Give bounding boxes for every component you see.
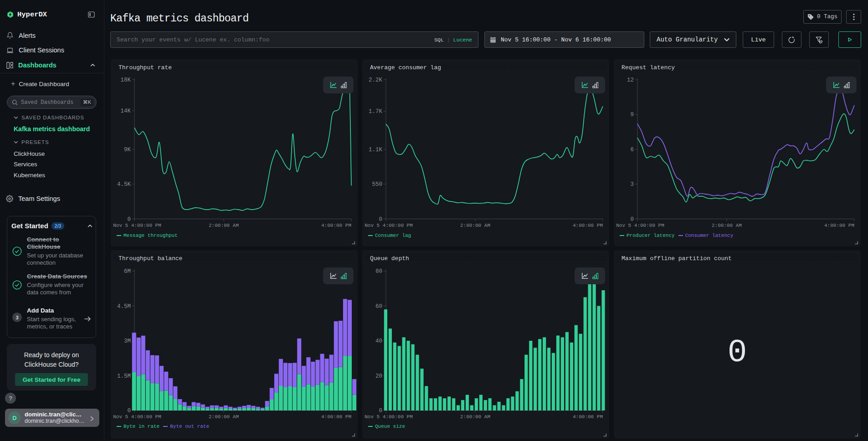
svg-text:4:00:00 PM: 4:00:00 PM xyxy=(824,223,854,228)
svg-text:0: 0 xyxy=(127,216,131,223)
svg-text:3: 3 xyxy=(630,181,634,188)
svg-text:0: 0 xyxy=(379,408,382,414)
svg-text:0: 0 xyxy=(630,216,634,223)
svg-text:6M: 6M xyxy=(124,268,131,275)
svg-text:4:00:00 PM: 4:00:00 PM xyxy=(573,414,603,420)
svg-text:4.5K: 4.5K xyxy=(117,181,131,188)
svg-text:12: 12 xyxy=(627,77,634,83)
svg-text:20: 20 xyxy=(375,373,382,379)
svg-text:1.7K: 1.7K xyxy=(369,108,383,115)
svg-text:2:00:00 AM: 2:00:00 AM xyxy=(209,414,239,420)
svg-text:6: 6 xyxy=(630,147,634,153)
svg-text:4:00:00 PM: 4:00:00 PM xyxy=(321,414,351,420)
svg-text:4.5M: 4.5M xyxy=(117,303,131,310)
svg-text:2:00:00 AM: 2:00:00 AM xyxy=(460,414,490,420)
svg-text:0: 0 xyxy=(127,408,131,414)
svg-text:4:00:00 PM: 4:00:00 PM xyxy=(573,223,603,228)
svg-text:18K: 18K xyxy=(120,77,131,83)
svg-text:60: 60 xyxy=(375,303,382,310)
svg-text:40: 40 xyxy=(375,338,382,344)
svg-text:Nov 5 4:00:00 PM: Nov 5 4:00:00 PM xyxy=(616,223,664,228)
svg-text:4:00:00 PM: 4:00:00 PM xyxy=(321,223,351,228)
svg-text:2:00:00 AM: 2:00:00 AM xyxy=(209,223,239,228)
svg-text:2:00:00 AM: 2:00:00 AM xyxy=(712,223,742,228)
svg-text:80: 80 xyxy=(375,268,382,275)
svg-text:3M: 3M xyxy=(124,338,131,344)
svg-text:2.2K: 2.2K xyxy=(369,77,383,83)
svg-text:9: 9 xyxy=(630,112,634,118)
svg-text:550: 550 xyxy=(372,181,382,188)
svg-text:9K: 9K xyxy=(124,147,131,153)
svg-text:Nov 5 4:00:00 PM: Nov 5 4:00:00 PM xyxy=(365,414,413,420)
svg-text:Nov 5 4:00:00 PM: Nov 5 4:00:00 PM xyxy=(113,414,161,420)
svg-text:2:00:00 AM: 2:00:00 AM xyxy=(460,223,490,228)
svg-text:1.5M: 1.5M xyxy=(117,373,131,379)
svg-text:14K: 14K xyxy=(120,108,131,114)
svg-text:Nov 5 4:00:00 PM: Nov 5 4:00:00 PM xyxy=(113,223,161,228)
svg-text:0: 0 xyxy=(379,216,382,223)
svg-text:Nov 5 4:00:00 PM: Nov 5 4:00:00 PM xyxy=(365,223,413,228)
svg-text:1.1K: 1.1K xyxy=(369,147,383,153)
